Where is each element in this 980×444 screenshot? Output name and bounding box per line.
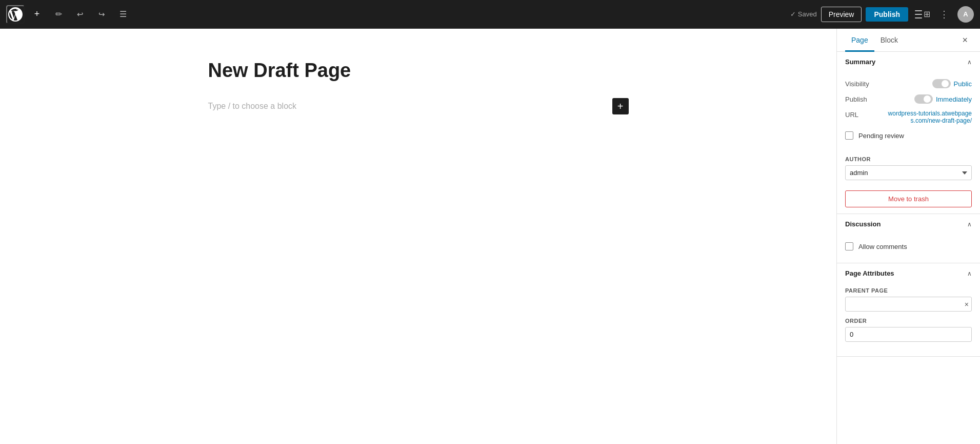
settings-button[interactable]: ⊞ <box>912 5 931 24</box>
publish-button[interactable]: Publish <box>866 7 908 22</box>
editor-area: Type / to choose a block + <box>0 29 836 444</box>
allow-comments-row: Allow comments <box>845 238 972 255</box>
publish-value-group: Immediately <box>914 94 972 104</box>
visibility-value[interactable]: Public <box>954 80 972 88</box>
parent-page-label: PARENT PAGE <box>845 287 972 294</box>
plus-icon: + <box>34 9 40 20</box>
summary-title: Summary <box>845 58 875 66</box>
summary-section: Summary ∧ Visibility Public <box>837 52 980 214</box>
editor-content: Type / to choose a block + <box>208 60 629 117</box>
toggle-knob <box>942 80 949 87</box>
discussion-header[interactable]: Discussion ∧ <box>837 214 980 234</box>
author-select[interactable]: admin <box>845 165 972 180</box>
main-layout: Type / to choose a block + Page Block × … <box>0 29 980 444</box>
publish-value[interactable]: Immediately <box>936 95 972 103</box>
saved-text: Saved <box>798 10 817 18</box>
preview-button[interactable]: Preview <box>821 7 862 22</box>
author-section: AUTHOR admin <box>837 152 980 186</box>
svg-rect-1 <box>915 14 922 15</box>
add-block-button[interactable]: + <box>28 5 46 24</box>
undo-icon: ↩ <box>77 10 84 19</box>
parent-page-field: PARENT PAGE × <box>845 287 972 312</box>
plus-icon: + <box>617 101 624 112</box>
block-placeholder-text: Type / to choose a block <box>208 102 297 111</box>
add-block-inline-button[interactable]: + <box>612 98 629 114</box>
close-icon: × <box>965 300 969 308</box>
visibility-label: Visibility <box>845 79 886 88</box>
settings-icon <box>913 9 924 20</box>
publish-row: Publish Immediately <box>845 91 972 107</box>
allow-comments-checkbox[interactable] <box>845 242 853 250</box>
page-attributes-chevron-icon: ∧ <box>967 270 972 277</box>
block-placeholder-row[interactable]: Type / to choose a block + <box>208 96 629 117</box>
topbar: + ✏ ↩ ↪ ☰ ✓ Saved Preview Publish <box>0 0 980 29</box>
more-icon: ⋮ <box>939 9 949 20</box>
svg-rect-2 <box>915 17 922 18</box>
undo-button[interactable]: ↩ <box>71 5 89 24</box>
parent-page-wrapper: × <box>845 297 972 312</box>
topbar-right: ✓ Saved Preview Publish ⊞ ⋮ A <box>790 5 974 24</box>
sidebar: Page Block × Summary ∧ Visibility <box>836 29 980 444</box>
parent-page-input[interactable] <box>845 297 972 312</box>
publish-label: Publish <box>845 94 886 103</box>
check-icon: ✓ <box>790 10 796 18</box>
order-label: ORDER <box>845 318 972 324</box>
summary-chevron-icon: ∧ <box>967 59 972 66</box>
url-value[interactable]: wordpress-tutorials.atwebpages.com/new-d… <box>886 110 972 124</box>
user-avatar-button[interactable]: A <box>957 6 974 23</box>
page-attributes-header[interactable]: Page Attributes ∧ <box>837 263 980 283</box>
pending-review-checkbox[interactable] <box>845 131 853 140</box>
avatar-initials: A <box>963 10 968 18</box>
pencil-icon: ✏ <box>55 9 62 19</box>
visibility-value-group: Public <box>932 79 972 88</box>
redo-button[interactable]: ↪ <box>92 5 111 24</box>
page-title-input[interactable] <box>208 60 629 82</box>
pending-review-label: Pending review <box>858 132 904 140</box>
url-row: URL wordpress-tutorials.atwebpages.com/n… <box>845 107 972 127</box>
page-attributes-title: Page Attributes <box>845 269 894 277</box>
summary-body: Visibility Public Publish <box>837 72 980 152</box>
wp-logo-button[interactable] <box>6 5 25 24</box>
allow-comments-label: Allow comments <box>858 243 907 250</box>
visibility-row: Visibility Public <box>845 76 972 91</box>
redo-icon: ↪ <box>98 10 105 19</box>
svg-rect-0 <box>915 10 922 11</box>
more-options-button[interactable]: ⋮ <box>935 5 953 24</box>
tab-page[interactable]: Page <box>845 29 874 52</box>
order-field: ORDER <box>845 318 972 342</box>
document-overview-button[interactable]: ☰ <box>114 5 132 24</box>
sidebar-content: Summary ∧ Visibility Public <box>837 52 980 444</box>
publish-toggle[interactable] <box>914 94 933 104</box>
topbar-left: + ✏ ↩ ↪ ☰ <box>6 5 790 24</box>
sidebar-close-button[interactable]: × <box>958 31 972 50</box>
list-icon: ☰ <box>119 9 127 19</box>
discussion-chevron-icon: ∧ <box>967 221 972 228</box>
move-to-trash-button[interactable]: Move to trash <box>845 190 972 207</box>
author-label: AUTHOR <box>845 156 972 162</box>
tab-block[interactable]: Block <box>874 29 904 52</box>
discussion-title: Discussion <box>845 220 881 228</box>
page-attributes-body: PARENT PAGE × ORDER <box>837 283 980 356</box>
edit-mode-button[interactable]: ✏ <box>49 5 68 24</box>
order-input[interactable] <box>845 327 972 342</box>
visibility-toggle[interactable] <box>932 79 951 88</box>
parent-page-clear-button[interactable]: × <box>965 300 969 308</box>
saved-indicator: ✓ Saved <box>790 10 817 18</box>
discussion-body: Allow comments <box>837 234 980 263</box>
url-label: URL <box>845 110 886 119</box>
sidebar-tabs: Page Block × <box>837 29 980 52</box>
toggle-knob <box>924 95 931 103</box>
discussion-section: Discussion ∧ Allow comments <box>837 214 980 263</box>
pending-review-row: Pending review <box>845 127 972 144</box>
page-attributes-section: Page Attributes ∧ PARENT PAGE × <box>837 263 980 357</box>
summary-header[interactable]: Summary ∧ <box>837 52 980 72</box>
